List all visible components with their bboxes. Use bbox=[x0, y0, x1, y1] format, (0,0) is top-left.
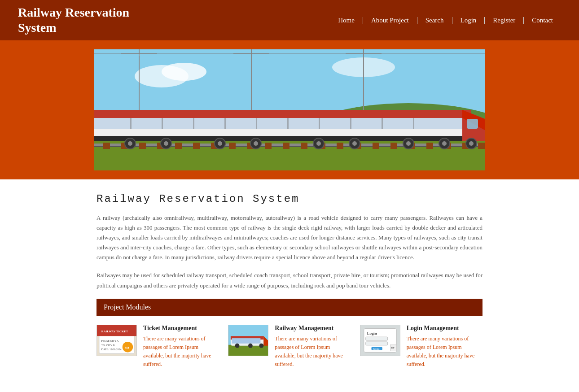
modules-grid: RAILWAY TICKET FROM: CITY A TO: CITY B D… bbox=[96, 325, 482, 369]
svg-point-88 bbox=[235, 344, 240, 348]
main-content: Railway Reservation System A railway (ar… bbox=[88, 179, 491, 392]
svg-rect-24 bbox=[390, 143, 397, 149]
nav-search[interactable]: Search bbox=[417, 17, 452, 24]
ticket-module-title: Ticket Management bbox=[143, 325, 219, 332]
railway-module-desc: There are many variations of passages of… bbox=[275, 335, 351, 369]
svg-rect-94 bbox=[365, 337, 387, 340]
svg-rect-13 bbox=[193, 143, 200, 149]
svg-rect-10 bbox=[139, 143, 146, 149]
svg-rect-8 bbox=[103, 143, 110, 149]
module-login: Login Submit ✏ Login Management There ar… bbox=[360, 325, 482, 369]
ticket-module-text: Ticket Management There are many variati… bbox=[143, 325, 219, 369]
svg-rect-86 bbox=[232, 338, 261, 344]
svg-rect-26 bbox=[426, 143, 433, 149]
railway-module-title: Railway Management bbox=[275, 325, 351, 332]
nav-home[interactable]: Home bbox=[330, 17, 363, 24]
login-module-title: Login Management bbox=[407, 325, 482, 332]
svg-point-64 bbox=[469, 141, 474, 146]
svg-rect-23 bbox=[373, 143, 379, 149]
nav-register[interactable]: Register bbox=[485, 17, 524, 24]
paragraph-2: Railwayes may be used for scheduled rail… bbox=[96, 270, 482, 290]
svg-point-50 bbox=[164, 141, 168, 146]
svg-point-90 bbox=[259, 344, 264, 348]
svg-point-60 bbox=[406, 141, 411, 146]
login-module-text: Login Management There are many variatio… bbox=[407, 325, 482, 369]
login-module-desc: There are many variations of passages of… bbox=[407, 335, 482, 369]
svg-text:RAILWAY TICKET: RAILWAY TICKET bbox=[101, 330, 128, 333]
svg-point-52 bbox=[218, 141, 222, 146]
nav-login[interactable]: Login bbox=[452, 17, 485, 24]
svg-rect-46 bbox=[467, 119, 478, 129]
nav: Home About Project Search Login Register… bbox=[153, 17, 561, 24]
svg-point-2 bbox=[162, 63, 206, 81]
svg-text:TO: CITY B: TO: CITY B bbox=[101, 344, 115, 346]
content-title: Railway Reservation System bbox=[96, 193, 482, 205]
login-thumbnail: Login Submit ✏ bbox=[360, 325, 400, 356]
svg-rect-19 bbox=[301, 143, 307, 149]
ticket-module-desc: There are many variations of passages of… bbox=[143, 335, 219, 369]
railway-thumbnail bbox=[228, 325, 268, 356]
railway-module-text: Railway Management There are many variat… bbox=[275, 325, 351, 369]
hero-image bbox=[94, 49, 485, 170]
svg-rect-15 bbox=[229, 143, 236, 149]
modules-header: Project Modules bbox=[96, 299, 482, 316]
svg-rect-12 bbox=[175, 143, 182, 149]
module-railway: Railway Management There are many variat… bbox=[228, 325, 351, 369]
hero-section bbox=[0, 40, 579, 179]
svg-rect-18 bbox=[283, 143, 290, 149]
svg-text:✏: ✏ bbox=[391, 345, 395, 350]
svg-point-48 bbox=[128, 141, 132, 146]
svg-rect-21 bbox=[337, 143, 343, 149]
svg-point-56 bbox=[316, 141, 321, 146]
svg-rect-42 bbox=[94, 136, 471, 141]
svg-text:DATE: 12/01/2024: DATE: 12/01/2024 bbox=[101, 348, 122, 351]
svg-rect-43 bbox=[94, 110, 471, 118]
svg-rect-17 bbox=[265, 143, 272, 149]
svg-text:FROM: CITY A: FROM: CITY A bbox=[101, 340, 119, 342]
svg-point-62 bbox=[442, 141, 447, 146]
svg-rect-95 bbox=[365, 342, 387, 345]
nav-about[interactable]: About Project bbox=[363, 17, 417, 24]
nav-contact[interactable]: Contact bbox=[524, 17, 561, 24]
svg-rect-29 bbox=[478, 143, 485, 149]
modules-section: Project Modules RAILWAY TICKET FROM: CIT… bbox=[96, 299, 482, 369]
svg-text:🍽: 🍽 bbox=[125, 345, 129, 349]
svg-point-54 bbox=[254, 141, 258, 146]
site-title: Railway Reservation System bbox=[18, 5, 153, 35]
paragraph-1: A railway (archaically also omnirailway,… bbox=[96, 213, 482, 262]
svg-point-89 bbox=[248, 344, 253, 348]
svg-text:Submit: Submit bbox=[373, 347, 380, 350]
header: Railway Reservation System Home About Pr… bbox=[0, 0, 579, 40]
module-ticket: RAILWAY TICKET FROM: CITY A TO: CITY B D… bbox=[96, 325, 219, 369]
svg-point-58 bbox=[352, 141, 357, 146]
ticket-thumbnail: RAILWAY TICKET FROM: CITY A TO: CITY B D… bbox=[96, 325, 137, 356]
svg-text:Login: Login bbox=[367, 331, 377, 335]
